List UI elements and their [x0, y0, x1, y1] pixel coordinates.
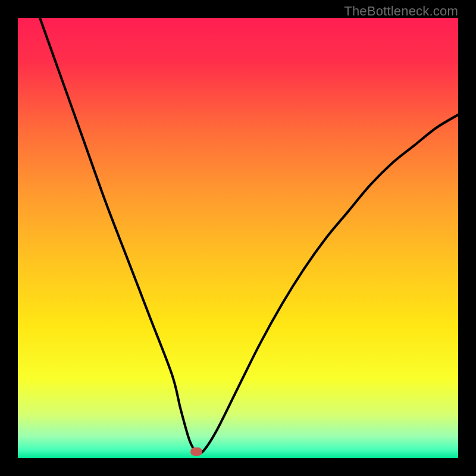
svg-rect-0 — [18, 18, 458, 458]
chart-frame: TheBottleneck.com — [0, 0, 476, 476]
background-gradient — [18, 18, 458, 458]
optimal-point-marker — [190, 447, 202, 456]
plot-area — [18, 18, 458, 458]
watermark-text: TheBottleneck.com — [344, 4, 458, 19]
